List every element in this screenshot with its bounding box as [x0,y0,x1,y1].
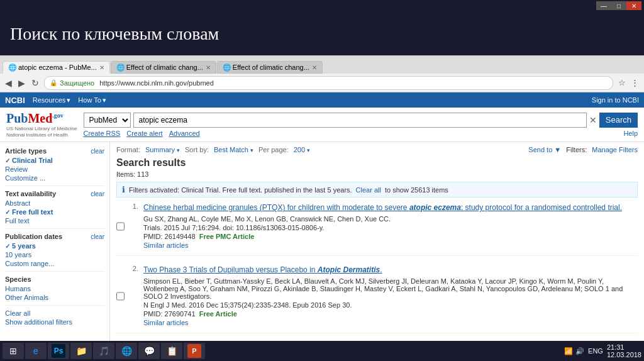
back-button[interactable]: ◀ [4,78,13,88]
article-2-title[interactable]: Two Phase 3 Trials of Dupilumab versus P… [143,265,638,275]
article-2-free-label: Free Article [199,310,237,318]
abstract-label: Abstract [5,199,30,207]
clear-all-label: Clear all [5,309,30,317]
browser-chrome: 🌐 atopic eczema - PubMe... ✕ 🌐 Effect of… [0,55,644,142]
slide-title: Поиск по ключевым словам [0,11,644,55]
tab-close-3[interactable]: ✕ [312,64,317,71]
sidebar-item-review[interactable]: Review [5,165,104,173]
review-label: Review [5,165,28,173]
files-icon[interactable]: 📋 [161,343,182,359]
advanced-link[interactable]: Advanced [169,130,200,137]
folder-icon[interactable]: 📁 [70,343,92,359]
pubmed-header: PubMed.gov US National Library of Medici… [0,108,644,142]
pub-dates-clear[interactable]: clear [91,233,104,240]
sort-value[interactable]: Best Match ▾ [214,146,253,153]
search-clear-button[interactable]: ✕ [589,115,597,125]
sidebar-item-humans[interactable]: Humans [5,285,104,292]
tab-label-1: atopic eczema - PubMe... [18,64,97,71]
filter-notice: ℹ Filters activated: Clinical Trial. Fre… [116,182,638,197]
resources-chevron: ▾ [67,96,70,104]
search-button[interactable]: Search [599,113,638,128]
send-to-button[interactable]: Send to ▼ [528,146,561,153]
show-additional-label: Show additional filters [5,318,72,326]
address-input[interactable]: 🔒 Защищено https://www.ncbi.nlm.nih.gov/… [44,76,613,90]
article-types-clear[interactable]: clear [91,148,104,155]
sidebar-item-free-full-text[interactable]: ✓ Free full text [5,208,104,216]
article-1-similar-link[interactable]: Similar articles [143,242,638,249]
powerpoint-icon[interactable]: P [184,343,205,359]
sidebar-item-other-animals[interactable]: Other Animals [5,294,104,301]
other-animals-label: Other Animals [5,294,48,301]
format-value[interactable]: Summary ▾ [145,146,180,153]
tab-close-1[interactable]: ✕ [99,64,104,71]
tab-favicon-2: 🌐 [116,64,124,71]
search-input[interactable] [133,113,587,128]
create-alert-link[interactable]: Create alert [126,130,162,137]
minimize-button[interactable]: — [596,1,611,10]
article-2-checkbox[interactable] [116,266,125,326]
tab-2[interactable]: 🌐 Effect of climatic chang... ✕ [111,61,216,74]
ncbi-signin-button[interactable]: Sign in to NCBI [592,96,639,104]
forward-button[interactable]: ▶ [17,78,26,88]
settings-icon[interactable]: ⋮ [630,78,640,87]
internet-explorer-icon: e [29,344,43,358]
search-database-select[interactable]: PubMed [84,113,131,128]
media-player-icon: 🎵 [97,344,111,358]
start-button[interactable]: ⊞ [3,343,24,359]
search-links: Create RSS Create alert Advanced Help [84,130,638,137]
sidebar-item-clinical-trial[interactable]: ✓ Clinical Trial [5,157,104,164]
taskbar: ⊞ e Ps 📁 🎵 🌐 💬 📋 P 📶 🔊 ENG 21:31 12.03.2… [0,341,644,361]
ie-icon[interactable]: e [25,343,47,359]
tab-bar: 🌐 atopic eczema - PubMe... ✕ 🌐 Effect of… [0,56,644,74]
full-text-label: Full text [5,217,30,225]
bookmark-icon[interactable]: ☆ [617,78,627,87]
browser-taskbar-icon[interactable]: 🌐 [116,343,137,359]
per-page-value[interactable]: 200 ▾ [294,146,310,153]
media-icon[interactable]: 🎵 [93,343,114,359]
sidebar-item-custom-range[interactable]: Custom range... [5,260,104,267]
sort-arrow: ▾ [250,147,253,153]
system-icons: 📶 🔊 [564,347,584,355]
sidebar-item-customize[interactable]: Customize ... [5,174,104,182]
filter-clear-all-link[interactable]: Clear all [356,186,381,194]
article-types-label: Article types [5,147,47,155]
sidebar-item-abstract[interactable]: Abstract [5,199,104,207]
close-button[interactable]: ✕ [626,1,641,10]
article-2-similar-link[interactable]: Similar articles [143,319,638,326]
tab-label-3: Effect of climatic chang... [233,64,309,71]
article-1-authors: Gu SX, Zhang AL, Coyle ME, Mo X, Lenon G… [143,215,638,223]
photoshop-icon[interactable]: Ps [48,343,69,359]
ncbi-resources-link[interactable]: Resources ▾ [33,96,71,104]
format-label: Format: [116,146,140,153]
ps-icon: Ps [52,344,65,358]
tab-active[interactable]: 🌐 atopic eczema - PubMe... ✕ [3,61,110,74]
text-avail-clear[interactable]: clear [91,191,104,197]
refresh-button[interactable]: ↻ [30,78,40,88]
tab-3[interactable]: 🌐 Effect of climatic chang... ✕ [217,61,323,74]
article-1-checkbox[interactable] [116,204,125,249]
chat-icon[interactable]: 💬 [138,343,160,359]
ncbi-howto-link[interactable]: How To ▾ [78,96,106,104]
article-list: 1. Chinese herbal medicine granules (PTQ… [116,203,638,361]
sidebar-item-clear-all[interactable]: Clear all [5,309,104,317]
sidebar-item-show-additional[interactable]: Show additional filters [5,318,104,326]
article-1-number: 1. [130,203,138,249]
clinical-trial-label: Clinical Trial [12,157,53,164]
article-2-content: Two Phase 3 Trials of Dupilumab versus P… [143,265,638,326]
main-content: Article types clear ✓ Clinical Trial Rev… [0,142,644,361]
tab-close-2[interactable]: ✕ [206,64,211,71]
help-link[interactable]: Help [623,130,638,137]
pubmed-small-text: US National Library of Medicine National… [6,126,77,138]
sort-label: Sort by: [185,146,209,153]
text-avail-header: Text availability clear [5,190,104,197]
sidebar-item-10years[interactable]: 10 years [5,251,104,258]
create-rss-link[interactable]: Create RSS [84,130,121,137]
check-icon-clinical: ✓ [5,157,10,164]
format-text: Summary [145,146,175,153]
manage-filters-link[interactable]: Manage Filters [592,146,638,153]
article-1-title[interactable]: Chinese herbal medicine granules (PTQX) … [143,203,638,213]
filter-notice-text: Filters activated: Clinical Trial. Free … [129,186,352,194]
maximize-button[interactable]: □ [611,1,626,10]
sidebar-item-full-text[interactable]: Full text [5,217,104,225]
sidebar-item-5years[interactable]: ✓ 5 years [5,242,104,250]
